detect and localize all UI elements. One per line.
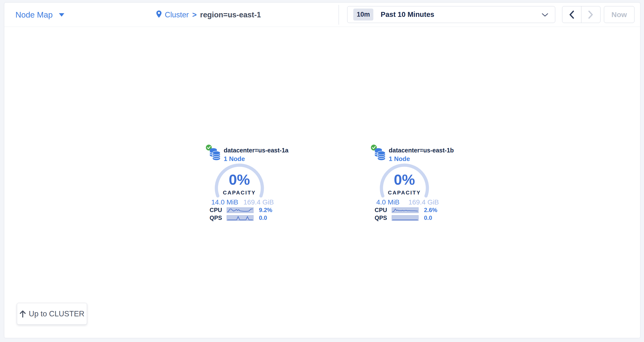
time-forward-button[interactable]: [582, 6, 600, 23]
datacenter-card-us-east-1b[interactable]: datacenter=us-east-1b 1 Node 0% CAPACITY…: [370, 144, 449, 226]
capacity-stats: 4.0 MiB 169.4 GiB: [376, 198, 439, 206]
node-map-page: { "header": { "view_selector": { "label"…: [0, 0, 644, 342]
database-stack-icon: [209, 148, 221, 161]
breadcrumb-separator: >: [192, 10, 196, 19]
datacenter-node-count[interactable]: 1 Node: [224, 155, 245, 163]
caret-down-icon: [59, 13, 64, 16]
qps-sparkline: [227, 215, 254, 221]
capacity-gauge-text: 0% CAPACITY: [380, 172, 429, 196]
database-stack-icon: [374, 148, 386, 161]
capacity-percent: 0%: [214, 172, 264, 187]
location-pin-icon: [156, 10, 162, 19]
main-panel: Node Map Cluster > region=us-east-1 10m …: [4, 3, 640, 338]
cpu-label: CPU: [370, 207, 387, 214]
capacity-label: CAPACITY: [214, 190, 264, 196]
capacity-used: 4.0 MiB: [376, 198, 400, 206]
datacenter-title: datacenter=us-east-1b: [389, 147, 454, 154]
cpu-sparkline: [227, 207, 254, 213]
time-range-select[interactable]: 10m Past 10 Minutes: [347, 6, 555, 23]
time-nav-group: [562, 6, 600, 23]
cpu-metric-row: CPU 2.6%: [370, 207, 449, 214]
capacity-stats: 14.0 MiB 169.4 GiB: [211, 198, 274, 206]
capacity-label: CAPACITY: [380, 190, 429, 196]
qps-label: QPS: [370, 215, 387, 221]
cpu-label: CPU: [206, 207, 222, 214]
qps-value: 0.0: [424, 215, 432, 221]
breadcrumb: Cluster > region=us-east-1: [156, 3, 261, 27]
datacenter-node-count[interactable]: 1 Node: [389, 155, 410, 163]
now-button[interactable]: Now: [604, 6, 634, 23]
view-selector-label: Node Map: [16, 10, 52, 19]
time-range-badge: 10m: [353, 8, 373, 20]
cpu-value: 9.2%: [259, 207, 272, 214]
capacity-total: 169.4 GiB: [408, 198, 439, 206]
cpu-sparkline: [392, 207, 418, 213]
capacity-used: 14.0 MiB: [211, 198, 238, 206]
cpu-metric-row: CPU 9.2%: [206, 207, 284, 214]
datacenter-title: datacenter=us-east-1a: [224, 147, 288, 154]
capacity-percent: 0%: [380, 172, 429, 187]
datacenter-card-us-east-1a[interactable]: datacenter=us-east-1a 1 Node 0% CAPACITY…: [206, 144, 284, 226]
header-bar: Node Map Cluster > region=us-east-1 10m …: [4, 3, 640, 27]
chevron-down-icon: [542, 13, 548, 17]
qps-sparkline: [392, 215, 418, 221]
chevron-right-icon: [588, 10, 594, 19]
qps-metric-row: QPS 0.0: [370, 215, 449, 221]
up-to-cluster-label: Up to CLUSTER: [29, 310, 84, 318]
up-to-cluster-button[interactable]: Up to CLUSTER: [17, 303, 87, 325]
qps-value: 0.0: [259, 215, 267, 221]
chevron-left-icon: [569, 10, 574, 19]
breadcrumb-current: region=us-east-1: [200, 10, 261, 19]
capacity-total: 169.4 GiB: [243, 198, 274, 206]
breadcrumb-cluster-link[interactable]: Cluster: [165, 10, 189, 19]
view-selector-dropdown[interactable]: Node Map: [16, 3, 64, 27]
arrow-up-icon: [20, 310, 26, 318]
qps-label: QPS: [206, 215, 222, 221]
qps-metric-row: QPS 0.0: [206, 215, 284, 221]
time-range-label: Past 10 Minutes: [381, 10, 434, 18]
capacity-gauge-text: 0% CAPACITY: [214, 172, 264, 196]
cpu-value: 2.6%: [424, 207, 438, 214]
time-back-button[interactable]: [562, 6, 582, 23]
